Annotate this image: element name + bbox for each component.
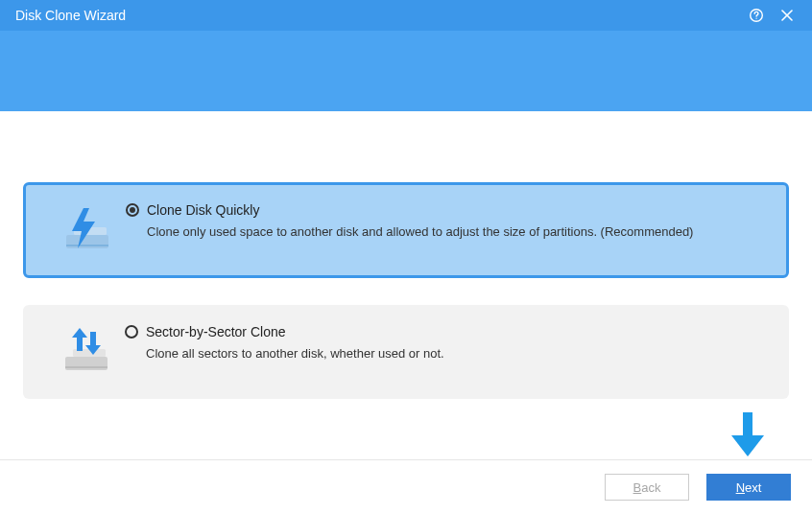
option-description: Clone only used space to another disk an…	[147, 223, 763, 242]
help-icon	[749, 8, 764, 23]
back-button: Back	[605, 474, 689, 501]
disk-lightning-icon	[49, 202, 126, 254]
close-button[interactable]	[772, 2, 802, 29]
main-panel: Clone Disk Quickly Clone only used space…	[0, 111, 812, 399]
svg-rect-11	[77, 336, 83, 351]
next-button[interactable]: Next	[706, 474, 791, 501]
option-sector-by-sector[interactable]: Sector-by-Sector Clone Clone all sectors…	[23, 305, 789, 399]
annotation-arrow-icon	[731, 412, 764, 456]
close-icon	[780, 9, 794, 22]
radio-sector-by-sector[interactable]	[125, 325, 138, 339]
svg-point-1	[756, 18, 757, 19]
option-clone-quick[interactable]: Clone Disk Quickly Clone only used space…	[23, 182, 789, 278]
option-title: Clone Disk Quickly	[147, 202, 259, 218]
svg-marker-12	[72, 328, 87, 338]
help-button[interactable]	[741, 2, 772, 29]
option-title: Sector-by-Sector Clone	[146, 324, 286, 339]
svg-rect-15	[743, 412, 752, 437]
header-banner	[0, 31, 812, 111]
svg-rect-13	[90, 332, 96, 347]
radio-clone-quick[interactable]	[126, 203, 139, 217]
option-description: Clone all sectors to another disk, wheth…	[146, 345, 764, 363]
svg-rect-9	[65, 366, 107, 368]
window-title: Disk Clone Wizard	[15, 8, 126, 23]
title-bar: Disk Clone Wizard	[0, 0, 812, 31]
footer: Back Next	[0, 460, 812, 514]
svg-rect-5	[66, 245, 108, 246]
svg-marker-16	[731, 435, 764, 456]
disk-transfer-icon	[48, 324, 125, 376]
